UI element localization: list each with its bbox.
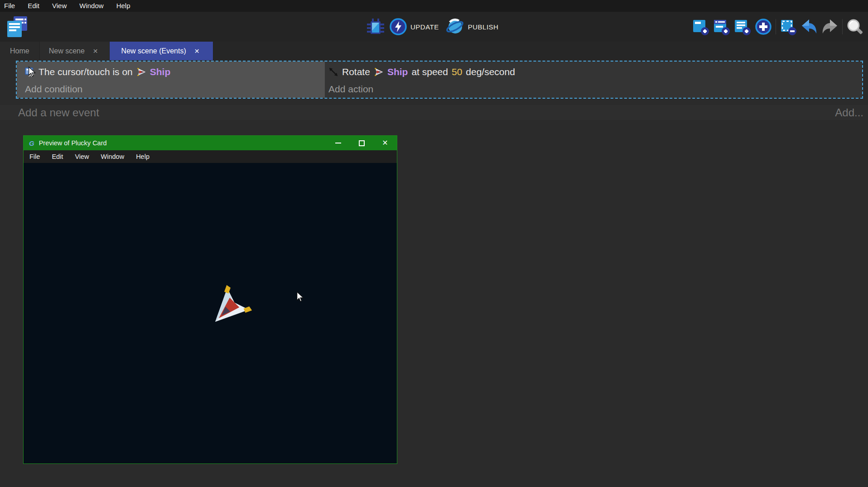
publish-label: PUBLISH bbox=[468, 23, 499, 31]
action-row[interactable]: Rotate Ship at speed 50 deg/second bbox=[328, 63, 858, 81]
project-manager-icon[interactable] bbox=[6, 15, 29, 38]
preview-menu-bar: File Edit View Window Help bbox=[24, 150, 397, 163]
menu-view[interactable]: View bbox=[46, 0, 73, 12]
add-condition-label: Add condition bbox=[25, 84, 82, 95]
preview-title-bar[interactable]: G Preview of Plucky Card ✕ bbox=[24, 136, 397, 150]
action-unit: deg/second bbox=[466, 67, 515, 77]
main-toolbar: UPDATE PUBLISH bbox=[0, 12, 868, 42]
action-connector: at speed bbox=[411, 67, 448, 77]
tab-close-icon[interactable]: ✕ bbox=[91, 47, 100, 56]
choose-add-event-icon[interactable] bbox=[753, 17, 774, 36]
tab-home-label: Home bbox=[10, 47, 29, 55]
tab-new-scene-events-label: New scene (Events) bbox=[121, 47, 186, 55]
add-subevent-icon[interactable] bbox=[711, 17, 732, 36]
preview-menu-window[interactable]: Window bbox=[95, 153, 130, 160]
add-new-event-label[interactable]: Add a new event bbox=[0, 106, 99, 119]
minimize-icon bbox=[335, 143, 341, 143]
publish-planet-icon bbox=[445, 18, 464, 36]
update-label: UPDATE bbox=[410, 23, 439, 31]
preview-menu-file[interactable]: File bbox=[24, 153, 46, 160]
preview-window-title: Preview of Plucky Card bbox=[39, 139, 107, 147]
tab-new-scene[interactable]: New scene ✕ bbox=[40, 42, 110, 60]
actions-column[interactable]: Rotate Ship at speed 50 deg/second Add a… bbox=[325, 62, 862, 98]
mouse-cursor bbox=[295, 291, 305, 303]
menu-file[interactable]: File bbox=[0, 0, 21, 12]
add-event-menu-button[interactable]: Add... bbox=[835, 106, 863, 119]
app-menu-bar: File Edit View Window Help bbox=[0, 0, 868, 12]
close-icon: ✕ bbox=[382, 139, 388, 147]
toolbar-separator bbox=[842, 19, 843, 34]
minimize-button[interactable] bbox=[326, 136, 350, 150]
gdevelop-g-icon: G bbox=[29, 139, 34, 147]
condition-object-name: Ship bbox=[150, 67, 171, 77]
menu-window[interactable]: Window bbox=[73, 0, 110, 12]
condition-row[interactable]: The cursor/touch is on Ship bbox=[25, 63, 320, 81]
action-verb: Rotate bbox=[342, 67, 370, 77]
tab-home[interactable]: Home bbox=[0, 42, 40, 60]
maximize-icon bbox=[359, 140, 365, 146]
ship-sprite bbox=[198, 279, 258, 339]
game-canvas[interactable] bbox=[24, 163, 397, 463]
undo-icon[interactable] bbox=[799, 17, 820, 36]
close-button[interactable]: ✕ bbox=[373, 136, 397, 150]
debugger-icon[interactable] bbox=[366, 18, 385, 36]
preview-menu-help[interactable]: Help bbox=[130, 153, 155, 160]
action-value: 50 bbox=[452, 67, 462, 77]
preview-menu-view[interactable]: View bbox=[69, 153, 95, 160]
preview-window[interactable]: G Preview of Plucky Card ✕ File Edit Vie… bbox=[23, 135, 397, 464]
menu-help[interactable]: Help bbox=[110, 0, 137, 12]
ship-object-icon bbox=[374, 67, 384, 77]
search-events-icon[interactable] bbox=[844, 17, 865, 36]
menu-edit[interactable]: Edit bbox=[21, 0, 46, 12]
add-comment-icon[interactable] bbox=[732, 17, 753, 36]
add-action-label: Add action bbox=[328, 84, 373, 95]
condition-text: The cursor/touch is on bbox=[39, 67, 133, 77]
rotate-action-icon bbox=[328, 67, 338, 77]
maximize-button[interactable] bbox=[350, 136, 373, 150]
action-object-name: Ship bbox=[387, 67, 408, 77]
preview-menu-edit[interactable]: Edit bbox=[46, 153, 69, 160]
event-block[interactable]: The cursor/touch is on Ship Add conditio… bbox=[16, 61, 863, 99]
redo-icon[interactable] bbox=[820, 17, 840, 36]
update-button[interactable]: UPDATE bbox=[390, 18, 439, 35]
tab-new-scene-events[interactable]: New scene (Events) ✕ bbox=[110, 42, 214, 60]
add-event-icon[interactable] bbox=[690, 17, 711, 36]
toolbar-separator bbox=[776, 19, 776, 34]
update-lightning-icon bbox=[390, 18, 407, 35]
delete-event-icon[interactable] bbox=[778, 17, 799, 36]
editor-tab-bar: Home New scene ✕ New scene (Events) ✕ bbox=[0, 42, 868, 60]
events-sheet: The cursor/touch is on Ship Add conditio… bbox=[0, 60, 868, 134]
add-new-event-row[interactable]: Add a new event Add... bbox=[0, 105, 868, 120]
publish-button[interactable]: PUBLISH bbox=[445, 18, 499, 36]
conditions-column[interactable]: The cursor/touch is on Ship Add conditio… bbox=[17, 62, 325, 98]
tab-close-icon[interactable]: ✕ bbox=[193, 47, 202, 56]
add-action-button[interactable]: Add action bbox=[328, 81, 858, 97]
add-condition-button[interactable]: Add condition bbox=[25, 81, 320, 97]
tab-new-scene-label: New scene bbox=[49, 47, 85, 55]
ship-object-icon bbox=[136, 67, 146, 77]
cursor-on-object-icon bbox=[25, 67, 35, 77]
